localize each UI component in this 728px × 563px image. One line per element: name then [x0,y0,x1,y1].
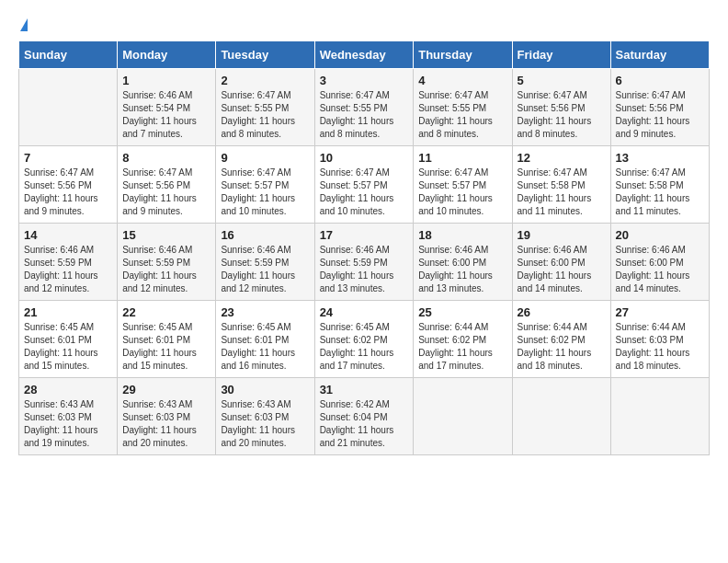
day-info: Sunrise: 6:46 AMSunset: 6:00 PMDaylight:… [518,244,606,295]
day-info: Sunrise: 6:47 AMSunset: 5:55 PMDaylight:… [221,89,309,141]
day-number: 31 [320,383,409,396]
day-number: 27 [616,305,704,319]
calendar-cell: 16Sunrise: 6:46 AMSunset: 5:59 PMDayligh… [216,224,314,301]
day-number: 10 [320,151,409,165]
weekday-header-wednesday: Wednesday [314,41,414,69]
day-info: Sunrise: 6:45 AMSunset: 6:02 PMDaylight:… [320,321,409,373]
calendar-cell [19,69,118,146]
day-number: 20 [616,228,704,242]
calendar-cell: 26Sunrise: 6:44 AMSunset: 6:02 PMDayligh… [512,301,610,378]
calendar-cell: 8Sunrise: 6:47 AMSunset: 5:56 PMDaylight… [118,146,216,224]
calendar-cell: 27Sunrise: 6:44 AMSunset: 6:03 PMDayligh… [610,301,709,378]
day-number: 26 [518,305,606,319]
weekday-header-sunday: Sunday [19,41,118,69]
calendar-week-4: 21Sunrise: 6:45 AMSunset: 6:01 PMDayligh… [19,301,710,378]
day-info: Sunrise: 6:46 AMSunset: 5:59 PMDaylight:… [24,244,112,295]
calendar-cell: 12Sunrise: 6:47 AMSunset: 5:58 PMDayligh… [512,146,610,224]
day-number: 25 [418,305,506,319]
calendar-cell: 9Sunrise: 6:47 AMSunset: 5:57 PMDaylight… [216,146,314,224]
calendar-cell: 22Sunrise: 6:45 AMSunset: 6:01 PMDayligh… [118,301,216,378]
logo [18,18,28,31]
weekday-header-thursday: Thursday [414,41,512,69]
day-info: Sunrise: 6:44 AMSunset: 6:02 PMDaylight:… [518,321,606,373]
calendar-cell: 17Sunrise: 6:46 AMSunset: 5:59 PMDayligh… [314,224,414,301]
day-info: Sunrise: 6:46 AMSunset: 5:59 PMDaylight:… [221,244,309,295]
day-number: 16 [221,228,309,242]
day-number: 11 [418,151,506,165]
day-number: 14 [24,228,112,242]
page-header [18,18,710,31]
day-number: 19 [518,228,606,242]
day-info: Sunrise: 6:47 AMSunset: 5:55 PMDaylight:… [320,89,409,141]
calendar-cell: 7Sunrise: 6:47 AMSunset: 5:56 PMDaylight… [19,146,118,224]
day-number: 28 [24,383,112,396]
calendar-cell: 14Sunrise: 6:46 AMSunset: 5:59 PMDayligh… [19,224,118,301]
day-number: 9 [221,151,309,165]
day-info: Sunrise: 6:47 AMSunset: 5:56 PMDaylight:… [122,167,210,218]
weekday-header-friday: Friday [512,41,610,69]
day-info: Sunrise: 6:43 AMSunset: 6:03 PMDaylight:… [24,398,112,450]
calendar-cell: 19Sunrise: 6:46 AMSunset: 6:00 PMDayligh… [512,224,610,301]
calendar-cell: 21Sunrise: 6:45 AMSunset: 6:01 PMDayligh… [19,301,118,378]
day-info: Sunrise: 6:47 AMSunset: 5:56 PMDaylight:… [616,89,704,141]
day-info: Sunrise: 6:47 AMSunset: 5:58 PMDaylight:… [518,167,606,218]
day-info: Sunrise: 6:42 AMSunset: 6:04 PMDaylight:… [320,398,409,450]
day-info: Sunrise: 6:46 AMSunset: 5:59 PMDaylight:… [122,244,210,295]
calendar-cell: 6Sunrise: 6:47 AMSunset: 5:56 PMDaylight… [610,69,709,146]
calendar-cell: 4Sunrise: 6:47 AMSunset: 5:55 PMDaylight… [414,69,512,146]
day-info: Sunrise: 6:43 AMSunset: 6:03 PMDaylight:… [122,398,210,450]
day-info: Sunrise: 6:47 AMSunset: 5:55 PMDaylight:… [418,89,506,141]
day-number: 2 [221,74,309,87]
day-info: Sunrise: 6:44 AMSunset: 6:03 PMDaylight:… [616,321,704,373]
calendar-week-2: 7Sunrise: 6:47 AMSunset: 5:56 PMDaylight… [19,146,710,224]
calendar-cell: 29Sunrise: 6:43 AMSunset: 6:03 PMDayligh… [118,378,216,455]
calendar-week-5: 28Sunrise: 6:43 AMSunset: 6:03 PMDayligh… [19,378,710,455]
calendar-week-1: 1Sunrise: 6:46 AMSunset: 5:54 PMDaylight… [19,69,710,146]
calendar-cell: 20Sunrise: 6:46 AMSunset: 6:00 PMDayligh… [610,224,709,301]
day-info: Sunrise: 6:47 AMSunset: 5:57 PMDaylight:… [418,167,506,218]
day-info: Sunrise: 6:45 AMSunset: 6:01 PMDaylight:… [122,321,210,373]
day-number: 8 [122,151,210,165]
day-info: Sunrise: 6:47 AMSunset: 5:57 PMDaylight:… [320,167,409,218]
day-number: 17 [320,228,409,242]
calendar-cell: 28Sunrise: 6:43 AMSunset: 6:03 PMDayligh… [19,378,118,455]
calendar-cell: 18Sunrise: 6:46 AMSunset: 6:00 PMDayligh… [414,224,512,301]
day-number: 24 [320,305,409,319]
day-number: 18 [418,228,506,242]
calendar-cell [512,378,610,455]
day-number: 12 [518,151,606,165]
day-info: Sunrise: 6:46 AMSunset: 5:59 PMDaylight:… [320,244,409,295]
day-number: 21 [24,305,112,319]
day-info: Sunrise: 6:47 AMSunset: 5:58 PMDaylight:… [616,167,704,218]
day-number: 22 [122,305,210,319]
calendar-cell: 30Sunrise: 6:43 AMSunset: 6:03 PMDayligh… [216,378,314,455]
calendar-cell: 11Sunrise: 6:47 AMSunset: 5:57 PMDayligh… [414,146,512,224]
day-info: Sunrise: 6:46 AMSunset: 5:54 PMDaylight:… [122,89,210,141]
day-number: 3 [320,74,409,87]
day-number: 4 [418,74,506,87]
day-number: 13 [616,151,704,165]
day-number: 5 [518,74,606,87]
day-info: Sunrise: 6:47 AMSunset: 5:56 PMDaylight:… [518,89,606,141]
logo-arrow-icon [20,18,28,31]
day-info: Sunrise: 6:47 AMSunset: 5:57 PMDaylight:… [221,167,309,218]
calendar-cell: 5Sunrise: 6:47 AMSunset: 5:56 PMDaylight… [512,69,610,146]
calendar-cell: 23Sunrise: 6:45 AMSunset: 6:01 PMDayligh… [216,301,314,378]
day-info: Sunrise: 6:46 AMSunset: 6:00 PMDaylight:… [616,244,704,295]
calendar-cell: 1Sunrise: 6:46 AMSunset: 5:54 PMDaylight… [118,69,216,146]
calendar-cell [610,378,709,455]
day-info: Sunrise: 6:43 AMSunset: 6:03 PMDaylight:… [221,398,309,450]
calendar-cell: 3Sunrise: 6:47 AMSunset: 5:55 PMDaylight… [314,69,414,146]
calendar-cell: 2Sunrise: 6:47 AMSunset: 5:55 PMDaylight… [216,69,314,146]
day-number: 29 [122,383,210,396]
day-info: Sunrise: 6:45 AMSunset: 6:01 PMDaylight:… [221,321,309,373]
calendar-header: SundayMondayTuesdayWednesdayThursdayFrid… [19,41,710,69]
day-number: 7 [24,151,112,165]
weekday-header-tuesday: Tuesday [216,41,314,69]
calendar-cell: 24Sunrise: 6:45 AMSunset: 6:02 PMDayligh… [314,301,414,378]
calendar-table: SundayMondayTuesdayWednesdayThursdayFrid… [18,40,710,455]
calendar-cell: 13Sunrise: 6:47 AMSunset: 5:58 PMDayligh… [610,146,709,224]
calendar-cell: 31Sunrise: 6:42 AMSunset: 6:04 PMDayligh… [314,378,414,455]
calendar-cell: 15Sunrise: 6:46 AMSunset: 5:59 PMDayligh… [118,224,216,301]
day-number: 23 [221,305,309,319]
